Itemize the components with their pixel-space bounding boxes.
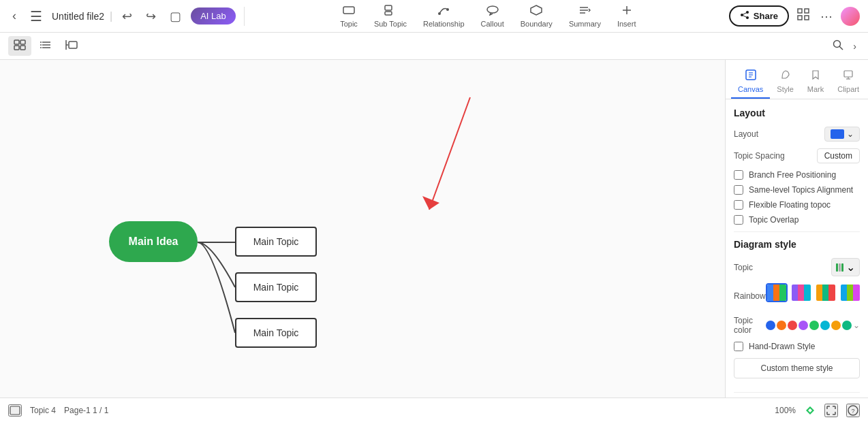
custom-badge[interactable]: Custom bbox=[817, 148, 860, 163]
topic-1-label: Main Topic bbox=[253, 236, 299, 247]
view-outline-button[interactable] bbox=[60, 36, 83, 56]
svg-text:?: ? bbox=[851, 408, 854, 415]
tool-callout[interactable]: Callout bbox=[473, 2, 512, 31]
help-button[interactable]: ? bbox=[846, 404, 860, 417]
undo-button[interactable]: ↩ bbox=[118, 6, 136, 27]
layout-dropdown[interactable]: ⌄ bbox=[824, 127, 860, 142]
svg-point-4 bbox=[446, 8, 449, 11]
topic-stripes bbox=[836, 263, 843, 272]
color-swatches: ⌄ bbox=[766, 321, 860, 330]
status-right: 100% ? bbox=[775, 404, 860, 417]
tab-style[interactable]: Style bbox=[770, 65, 800, 99]
canvas-tab-icon bbox=[745, 69, 756, 83]
custom-theme-button[interactable]: Custom theme style bbox=[734, 358, 860, 378]
template-button[interactable]: ▢ bbox=[166, 6, 185, 27]
branch-free-checkbox[interactable] bbox=[734, 170, 743, 180]
color-more-button[interactable]: ⌄ bbox=[853, 321, 860, 330]
color-dot-3[interactable] bbox=[788, 321, 797, 330]
same-level-checkbox[interactable] bbox=[734, 185, 743, 195]
svg-rect-19 bbox=[798, 16, 802, 20]
tool-subtopic[interactable]: Sub Topic bbox=[366, 2, 415, 31]
svg-point-28 bbox=[40, 42, 42, 43]
svg-marker-6 bbox=[531, 5, 542, 15]
topic-node-2[interactable]: Main Topic bbox=[235, 272, 317, 302]
overlap-checkbox[interactable] bbox=[734, 215, 743, 225]
topic-2-label: Main Topic bbox=[253, 282, 299, 293]
tool-topic-label: Topic bbox=[340, 20, 358, 28]
hand-drawn-checkbox[interactable] bbox=[734, 342, 743, 351]
section-divider-1 bbox=[734, 231, 860, 232]
rainbow-opt-4[interactable] bbox=[839, 283, 861, 302]
tab-mark[interactable]: Mark bbox=[801, 65, 831, 99]
svg-rect-31 bbox=[69, 42, 77, 48]
right-panel: Canvas Style Mark Clipart bbox=[725, 60, 868, 397]
tab-clipart[interactable]: Clipart bbox=[831, 65, 866, 99]
checkbox-overlap: Topic Overlap bbox=[734, 215, 860, 225]
tool-boundary[interactable]: Boundary bbox=[512, 2, 561, 31]
color-dot-5[interactable] bbox=[809, 321, 819, 330]
style-tab-icon bbox=[780, 69, 791, 83]
tool-insert-label: Insert bbox=[617, 20, 636, 28]
color-dot-4[interactable] bbox=[799, 321, 808, 330]
color-dot-1[interactable] bbox=[766, 321, 775, 330]
tab-canvas[interactable]: Canvas bbox=[731, 65, 770, 99]
tool-topic[interactable]: Topic bbox=[332, 2, 366, 31]
svg-rect-17 bbox=[798, 9, 802, 13]
svg-rect-20 bbox=[805, 16, 809, 20]
share-button[interactable]: Share bbox=[729, 5, 789, 27]
topic-node-1[interactable]: Main Topic bbox=[235, 227, 317, 257]
tool-subtopic-label: Sub Topic bbox=[374, 20, 407, 28]
zoom-level: 100% bbox=[775, 406, 796, 415]
layout-row: Layout ⌄ bbox=[734, 127, 860, 142]
tool-summary[interactable]: Summary bbox=[561, 2, 609, 31]
redo-button[interactable]: ↪ bbox=[142, 6, 160, 27]
boundary-icon bbox=[530, 5, 542, 18]
mark-tab-icon bbox=[810, 69, 821, 83]
svg-point-30 bbox=[40, 47, 42, 48]
more-button[interactable]: ⋯ bbox=[818, 6, 835, 27]
topic-spacing-row: Topic Spacing Custom bbox=[734, 148, 860, 163]
rainbow-opt-1[interactable] bbox=[766, 283, 788, 302]
view-list-button[interactable] bbox=[34, 36, 57, 56]
grid-button[interactable] bbox=[794, 5, 812, 27]
panel-tabs: Canvas Style Mark Clipart bbox=[726, 60, 868, 99]
color-dot-6[interactable] bbox=[820, 321, 830, 330]
tab-style-label: Style bbox=[777, 85, 793, 93]
hand-drawn-row: Hand-Drawn Style bbox=[734, 342, 860, 351]
fullscreen-button[interactable] bbox=[824, 404, 838, 417]
tool-relationship[interactable]: Relationship bbox=[415, 2, 473, 31]
back-button[interactable]: ‹ bbox=[8, 6, 20, 26]
layout-label: Layout bbox=[734, 129, 758, 139]
canvas[interactable]: Main Idea Main Topic Main Topic Main Top… bbox=[0, 60, 725, 397]
color-dot-2[interactable] bbox=[777, 321, 786, 330]
svg-line-16 bbox=[742, 15, 747, 18]
toolbar-divider bbox=[244, 7, 245, 26]
search-button[interactable] bbox=[829, 36, 847, 56]
svg-rect-18 bbox=[805, 9, 809, 13]
view-grid-button[interactable] bbox=[8, 36, 31, 56]
topic-node-3[interactable]: Main Topic bbox=[235, 318, 317, 348]
svg-point-29 bbox=[40, 44, 42, 46]
menu-button[interactable]: ☰ bbox=[26, 5, 46, 27]
main-idea-node[interactable]: Main Idea bbox=[109, 221, 198, 262]
color-dot-7[interactable] bbox=[831, 321, 841, 330]
svg-point-5 bbox=[487, 6, 498, 13]
tool-summary-label: Summary bbox=[569, 20, 601, 28]
color-dot-8[interactable] bbox=[842, 321, 852, 330]
pages-button[interactable] bbox=[8, 404, 22, 417]
ai-lab-button[interactable]: AI Lab bbox=[191, 7, 236, 25]
divider-1: | bbox=[110, 10, 112, 22]
rainbow-opt-3[interactable] bbox=[815, 283, 837, 302]
panel-toggle-button[interactable]: › bbox=[850, 37, 860, 55]
hand-drawn-label: Hand-Drawn Style bbox=[749, 342, 815, 351]
tool-insert[interactable]: Insert bbox=[609, 2, 645, 31]
flexible-checkbox[interactable] bbox=[734, 200, 743, 210]
svg-rect-23 bbox=[14, 46, 19, 50]
summary-icon bbox=[578, 5, 591, 18]
stripe-gray bbox=[839, 263, 841, 272]
topic-style-dropdown[interactable]: ⌄ bbox=[831, 258, 860, 276]
insert-icon bbox=[621, 5, 633, 18]
rainbow-opt-2[interactable] bbox=[790, 283, 812, 302]
relationship-icon bbox=[437, 5, 450, 18]
rainbow-label: Rainbow bbox=[734, 291, 766, 301]
